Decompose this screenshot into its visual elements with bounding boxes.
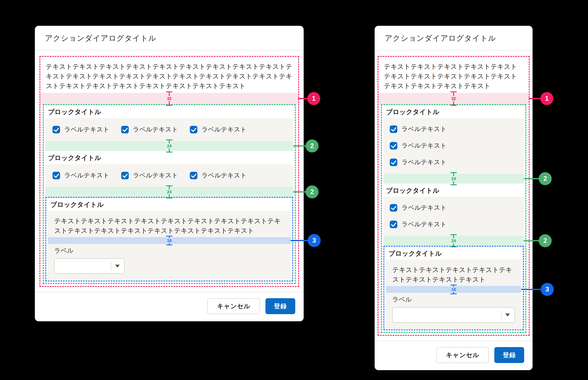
spacing-value: 16 (451, 287, 456, 292)
checkbox-item[interactable]: ラベルテキスト (190, 171, 247, 180)
checkbox-checked-icon[interactable] (390, 142, 397, 150)
spacing-bar-24: 24 2 (45, 141, 293, 151)
chevron-down-icon (505, 314, 510, 316)
spacing-value: 32 (167, 96, 172, 101)
checkbox-label: ラベルテキスト (133, 171, 178, 180)
submit-button[interactable]: 登録 (494, 347, 524, 363)
block-title: ブロックタイトル (44, 105, 295, 118)
annotation-badge-2: 2 (306, 139, 318, 152)
spacing-bar-24: 24 2 (383, 174, 524, 184)
dialog-footer: キャンセル 登録 (375, 341, 533, 370)
spacing-ibeam: 24 (450, 234, 457, 247)
spacing-guide-blue: ブロックタイトル テキストテキストテキストテキストテキストテキストテキストテキス… (45, 197, 293, 282)
checkbox-checked-icon[interactable] (52, 172, 60, 179)
spacing-bar-32: 32 1 (378, 93, 529, 104)
block-text: テキストテキストテキストテキストテキストテキストテキストテキスト (392, 265, 515, 284)
checkbox-panel: ラベルテキスト ラベルテキスト ラベルテキスト (45, 118, 293, 141)
checkbox-label: ラベルテキスト (401, 203, 447, 212)
checkbox-panel: ラベルテキスト ラベルテキスト (383, 197, 524, 236)
checkbox-item[interactable]: ラベルテキスト (390, 158, 517, 167)
spacing-ibeam: 24 (166, 139, 172, 152)
checkbox-item[interactable]: ラベルテキスト (390, 141, 517, 150)
checkbox-label: ラベルテキスト (401, 158, 447, 167)
spacing-value: 24 (451, 176, 456, 181)
checkbox-item[interactable]: ラベルテキスト (390, 220, 517, 228)
checkbox-item[interactable]: ラベルテキスト (52, 171, 109, 180)
field-panel: テキストテキストテキストテキストテキストテキストテキストテキストテキストテキスト… (48, 211, 291, 280)
spacing-ibeam: 16 (450, 285, 457, 294)
dialog-body: テキストテキストテキストテキストテキストテキストテキストテキストテキストテキスト… (35, 51, 304, 292)
checkbox-checked-icon[interactable] (52, 126, 60, 133)
annotation-badge-3: 3 (308, 234, 321, 247)
checkbox-checked-icon[interactable] (190, 172, 197, 179)
dialog-header: アクションダイアログタイトル (375, 26, 533, 50)
cancel-button[interactable]: キャンセル (207, 298, 260, 314)
spacing-bar-24: 24 2 (383, 236, 524, 246)
checkbox-checked-icon[interactable] (390, 125, 397, 133)
annotation-badge-2: 2 (306, 185, 318, 198)
annotation-badge-3: 3 (541, 283, 554, 296)
dialog-footer: キャンセル 登録 (35, 292, 304, 321)
spacing-bar-32: 32 1 (40, 93, 298, 104)
checkbox-checked-icon[interactable] (390, 204, 397, 212)
annotation-badge-1: 1 (307, 92, 320, 105)
spacing-guide-green: ブロックタイトル ラベルテキスト ラベルテキスト ラベルテキスト (381, 104, 526, 333)
dropdown-select[interactable] (54, 258, 125, 274)
checkbox-checked-icon[interactable] (190, 126, 197, 133)
checkbox-checked-icon[interactable] (121, 172, 129, 179)
spacing-guide-green: ブロックタイトル ラベルテキスト ラベルテキスト ラベルテキスト (43, 104, 296, 284)
annotation-badge-2: 2 (539, 172, 552, 185)
select-divider (111, 262, 111, 270)
spacing-value: 32 (451, 96, 456, 101)
submit-button[interactable]: 登録 (265, 298, 295, 314)
annotation-badge-2: 2 (539, 234, 552, 247)
checkbox-label: ラベルテキスト (401, 125, 447, 133)
block-title: ブロックタイトル (382, 105, 525, 118)
dialog-body: テキストテキストテキストテキストテキストテキストテキストテキストテキストテキスト… (375, 51, 533, 341)
field-label: ラベル (54, 247, 284, 255)
checkbox-label: ラベルテキスト (133, 125, 178, 134)
spacing-guide-red: テキストテキストテキストテキストテキストテキストテキストテキストテキストテキスト… (378, 56, 530, 336)
block-title: ブロックタイトル (46, 198, 292, 211)
checkbox-label: ラベルテキスト (64, 171, 109, 180)
checkbox-label: ラベルテキスト (202, 125, 247, 134)
dialog-desktop: アクションダイアログタイトル テキストテキストテキストテキストテキストテキストテ… (35, 26, 304, 321)
spacing-ibeam: 24 (166, 185, 172, 198)
spacing-value: 24 (167, 189, 172, 194)
select-divider (501, 311, 502, 319)
spacing-guide-red: テキストテキストテキストテキストテキストテキストテキストテキストテキストテキスト… (40, 56, 299, 287)
checkbox-item[interactable]: ラベルテキスト (121, 171, 178, 180)
checkbox-checked-icon[interactable] (121, 126, 129, 133)
checkbox-item[interactable]: ラベルテキスト (190, 125, 247, 134)
checkbox-label: ラベルテキスト (64, 125, 109, 134)
dropdown-select[interactable] (392, 307, 515, 323)
block-title: ブロックタイトル (384, 247, 523, 260)
intro-text: テキストテキストテキストテキストテキストテキストテキストテキストテキストテキスト… (43, 61, 296, 93)
spacing-ibeam: 32 (450, 92, 457, 106)
checkbox-item[interactable]: ラベルテキスト (390, 203, 517, 212)
checkbox-label: ラベルテキスト (202, 171, 247, 180)
checkbox-checked-icon[interactable] (390, 159, 397, 166)
spacing-bar-16: 16 3 (48, 237, 291, 244)
spacing-bar-24: 24 2 (45, 187, 293, 197)
spacing-ibeam: 32 (166, 92, 172, 106)
checkbox-item[interactable]: ラベルテキスト (121, 125, 178, 134)
spacing-ibeam: 16 (166, 236, 172, 245)
spacing-value: 24 (451, 238, 456, 243)
spacing-value: 16 (167, 238, 172, 243)
checkbox-panel: ラベルテキスト ラベルテキスト ラベルテキスト (383, 118, 524, 174)
checkbox-panel: ラベルテキスト ラベルテキスト ラベルテキスト (45, 164, 293, 187)
chevron-down-icon (115, 265, 120, 267)
field-panel: テキストテキストテキストテキストテキストテキストテキストテキスト 16 3 ラベ… (386, 260, 521, 329)
spacing-value: 24 (167, 143, 172, 149)
block-title: ブロックタイトル (382, 184, 525, 197)
checkbox-label: ラベルテキスト (401, 220, 447, 228)
checkbox-checked-icon[interactable] (390, 221, 397, 228)
field-label: ラベル (392, 295, 515, 304)
dialog-header: アクションダイアログタイトル (35, 26, 304, 50)
annotation-badge-1: 1 (540, 92, 553, 105)
checkbox-item[interactable]: ラベルテキスト (390, 125, 517, 133)
cancel-button[interactable]: キャンセル (436, 347, 489, 363)
spacing-bar-16: 16 3 (386, 286, 521, 293)
checkbox-item[interactable]: ラベルテキスト (52, 125, 109, 134)
